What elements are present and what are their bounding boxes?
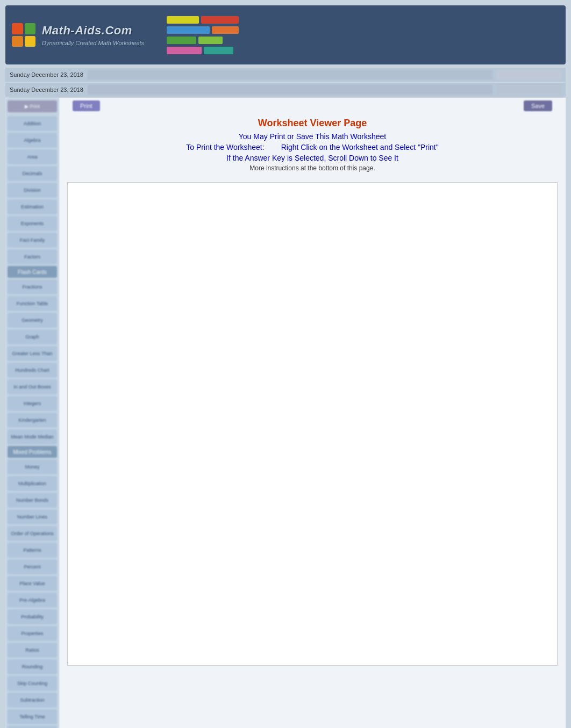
sidebar-top-btn[interactable]: ▶ Print xyxy=(8,100,57,112)
bar-row-4 xyxy=(167,47,239,54)
sidebar-item-estimation[interactable]: Estimation xyxy=(8,199,57,214)
nav-right-2 xyxy=(497,85,561,95)
site-title: Math-Aids.Com xyxy=(42,24,144,38)
sidebar-item-integers[interactable]: Integers xyxy=(8,396,57,411)
sidebar-item-graph[interactable]: Graph xyxy=(8,329,57,344)
nav-row-2: Sunday December 23, 2018 xyxy=(5,83,566,97)
sidebar-item-rounding[interactable]: Rounding xyxy=(8,659,57,674)
sidebar-item-money[interactable]: Money xyxy=(8,459,57,474)
logo-sq-1 xyxy=(12,23,23,34)
main-content: Print Save Worksheet Viewer Page You May… xyxy=(59,98,566,728)
save-button[interactable]: Save xyxy=(524,100,552,111)
bar-row-1 xyxy=(167,16,239,24)
nav-links-blur-2 xyxy=(88,85,493,95)
sidebar-item-function-table[interactable]: Function Table xyxy=(8,296,57,311)
bar-green xyxy=(167,37,196,44)
sidebar-item-skip-counting[interactable]: Skip Counting xyxy=(8,676,57,691)
logo-squares xyxy=(12,23,35,47)
nav-date-2: Sunday December 23, 2018 xyxy=(10,87,83,93)
bar-row-2 xyxy=(167,26,239,34)
sidebar-item-percent[interactable]: Percent xyxy=(8,559,57,574)
sidebar-item-area[interactable]: Area xyxy=(8,149,57,164)
sidebar-item-geometry[interactable]: Geometry xyxy=(8,313,57,328)
sidebar-item-hundreds-chart[interactable]: Hundreds Chart xyxy=(8,363,57,378)
print-button[interactable]: Print xyxy=(73,100,100,111)
bar-blue xyxy=(167,26,210,34)
site-subtitle: Dynamically Created Math Worksheets xyxy=(42,40,144,46)
sidebar-item-in-out-boxes[interactable]: In and Out Boxes xyxy=(8,379,57,394)
sidebar-item-order-ops[interactable]: Order of Operations xyxy=(8,526,57,541)
sidebar-item-factors[interactable]: Factors xyxy=(8,249,57,264)
viewer-title: Worksheet Viewer Page xyxy=(67,118,558,129)
sidebar-btn-mixed[interactable]: Mixed Problems xyxy=(8,446,57,458)
sidebar-item-decimals[interactable]: Decimals xyxy=(8,166,57,181)
sidebar-item-fact-family[interactable]: Fact Family xyxy=(8,233,57,248)
bar-orange xyxy=(212,26,239,34)
worksheet-area xyxy=(67,182,558,666)
viewer-header: Worksheet Viewer Page You May Print or S… xyxy=(67,113,558,179)
colorful-bars xyxy=(167,16,239,54)
sidebar-item-number-lines[interactable]: Number Lines xyxy=(8,509,57,524)
sidebar-item-subtraction[interactable]: Subtraction xyxy=(8,693,57,708)
page-wrapper: Math-Aids.Com Dynamically Created Math W… xyxy=(0,0,571,728)
bar-row-3 xyxy=(167,37,239,44)
sidebar-item-mean-mode[interactable]: Mean Mode Median xyxy=(8,429,57,444)
viewer-subtitle: You May Print or Save This Math Workshee… xyxy=(67,132,558,141)
bar-pink xyxy=(167,47,202,54)
sidebar-item-division[interactable]: Division xyxy=(8,183,57,198)
bar-teal xyxy=(204,47,233,54)
sidebar-item-properties[interactable]: Properties xyxy=(8,626,57,641)
bar-yellow xyxy=(167,16,199,24)
sidebar-item-ratios[interactable]: Ratios xyxy=(8,643,57,658)
site-header: Math-Aids.Com Dynamically Created Math W… xyxy=(5,5,566,64)
sidebar-item-number-bonds[interactable]: Number Bonds xyxy=(8,493,57,508)
site-title-block: Math-Aids.Com Dynamically Created Math W… xyxy=(42,24,144,46)
sidebar-item-exponents[interactable]: Exponents xyxy=(8,216,57,231)
sidebar-item-multiplication[interactable]: Multiplication xyxy=(8,476,57,491)
sidebar-item-addition[interactable]: Addition xyxy=(8,116,57,131)
instruction-label: To Print the Worksheet: xyxy=(186,143,264,152)
viewer-instruction: To Print the Worksheet: Right Click on t… xyxy=(67,143,558,152)
sidebar: ▶ Print Addition Algebra Area Decimals D… xyxy=(5,98,59,728)
bar-red xyxy=(201,16,239,24)
print-btn-area: Print Save xyxy=(67,100,558,111)
logo-block xyxy=(12,23,35,47)
content-area: ▶ Print Addition Algebra Area Decimals D… xyxy=(5,98,566,728)
viewer-answer-key: If the Answer Key is Selected, Scroll Do… xyxy=(67,154,558,162)
logo-sq-2 xyxy=(25,23,36,34)
nav-date-1: Sunday December 23, 2018 xyxy=(10,71,83,78)
sidebar-item-algebra[interactable]: Algebra xyxy=(8,133,57,148)
sidebar-item-pre-algebra[interactable]: Pre-Algebra xyxy=(8,593,57,608)
nav-links-blur-1 xyxy=(88,70,493,80)
logo-sq-3 xyxy=(12,36,23,47)
viewer-more-instructions: More instructions at the bottom of this … xyxy=(67,164,558,172)
bar-lime xyxy=(198,37,223,44)
nav-row-1: Sunday December 23, 2018 xyxy=(5,68,566,82)
sidebar-item-greater-less[interactable]: Greater Less Than xyxy=(8,346,57,361)
sidebar-item-patterns[interactable]: Patterns xyxy=(8,543,57,558)
nav-right-1 xyxy=(497,70,561,80)
sidebar-item-kindergarten[interactable]: Kindergarten xyxy=(8,413,57,428)
sidebar-item-place-value[interactable]: Place Value xyxy=(8,576,57,591)
sidebar-item-probability[interactable]: Probability xyxy=(8,609,57,624)
sidebar-item-word-problems[interactable]: Word Problems xyxy=(8,726,57,728)
sidebar-item-telling-time[interactable]: Telling Time xyxy=(8,709,57,724)
logo-sq-4 xyxy=(25,36,36,47)
instruction-text: Right Click on the Worksheet and Select … xyxy=(281,143,439,152)
sidebar-item-fractions[interactable]: Fractions xyxy=(8,279,57,294)
sidebar-btn-flash-cards[interactable]: Flash Cards xyxy=(8,266,57,278)
